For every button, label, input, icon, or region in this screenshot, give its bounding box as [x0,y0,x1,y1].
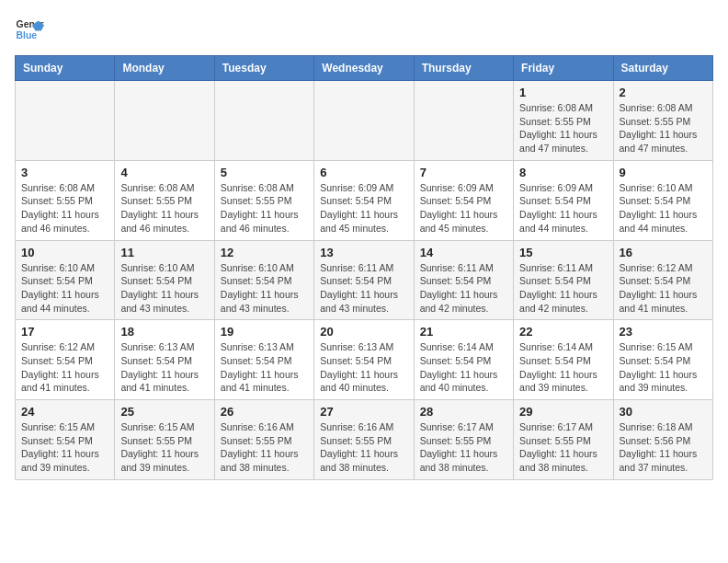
day-number: 26 [221,405,308,419]
day-number: 24 [21,405,108,419]
calendar-cell: 4Sunrise: 6:08 AM Sunset: 5:55 PM Daylig… [115,160,214,240]
day-info: Sunrise: 6:10 AM Sunset: 5:54 PM Dayligh… [620,181,707,236]
weekday-header: Thursday [414,56,513,81]
calendar-cell: 1Sunrise: 6:08 AM Sunset: 5:55 PM Daylig… [514,81,613,161]
day-number: 17 [21,325,108,339]
calendar-cell: 20Sunrise: 6:13 AM Sunset: 5:54 PM Dayli… [314,320,414,400]
calendar-cell: 27Sunrise: 6:16 AM Sunset: 5:55 PM Dayli… [314,400,414,480]
weekday-header: Wednesday [314,56,414,81]
logo: General Blue [15,15,44,44]
day-info: Sunrise: 6:17 AM Sunset: 5:55 PM Dayligh… [420,420,507,475]
calendar-cell: 26Sunrise: 6:16 AM Sunset: 5:55 PM Dayli… [214,400,313,480]
calendar-week-row: 10Sunrise: 6:10 AM Sunset: 5:54 PM Dayli… [16,240,713,320]
calendar-cell: 3Sunrise: 6:08 AM Sunset: 5:55 PM Daylig… [16,160,115,240]
weekday-header: Tuesday [214,56,313,81]
calendar-cell: 6Sunrise: 6:09 AM Sunset: 5:54 PM Daylig… [314,160,414,240]
day-number: 14 [420,246,507,259]
calendar-cell: 30Sunrise: 6:18 AM Sunset: 5:56 PM Dayli… [613,400,712,480]
day-info: Sunrise: 6:14 AM Sunset: 5:54 PM Dayligh… [519,340,607,395]
day-info: Sunrise: 6:13 AM Sunset: 5:54 PM Dayligh… [320,340,407,395]
day-number: 13 [320,246,407,259]
day-number: 18 [120,325,208,339]
calendar-cell: 12Sunrise: 6:10 AM Sunset: 5:54 PM Dayli… [214,240,313,320]
day-info: Sunrise: 6:11 AM Sunset: 5:54 PM Dayligh… [420,261,507,316]
calendar-cell [115,81,214,161]
day-info: Sunrise: 6:15 AM Sunset: 5:54 PM Dayligh… [620,340,707,395]
day-info: Sunrise: 6:08 AM Sunset: 5:55 PM Dayligh… [620,101,707,155]
day-number: 30 [620,405,707,419]
calendar-cell: 17Sunrise: 6:12 AM Sunset: 5:54 PM Dayli… [16,320,115,400]
calendar-cell: 11Sunrise: 6:10 AM Sunset: 5:54 PM Dayli… [115,240,214,320]
day-number: 8 [519,166,607,179]
calendar-cell [314,81,414,161]
day-number: 1 [519,86,607,99]
calendar-cell: 25Sunrise: 6:15 AM Sunset: 5:55 PM Dayli… [115,400,214,480]
day-info: Sunrise: 6:08 AM Sunset: 5:55 PM Dayligh… [21,181,108,236]
calendar-cell: 23Sunrise: 6:15 AM Sunset: 5:54 PM Dayli… [613,320,712,400]
day-number: 4 [120,166,208,179]
calendar-cell: 7Sunrise: 6:09 AM Sunset: 5:54 PM Daylig… [414,160,513,240]
svg-text:Blue: Blue [17,30,38,40]
day-info: Sunrise: 6:08 AM Sunset: 5:55 PM Dayligh… [120,181,208,236]
calendar-week-row: 24Sunrise: 6:15 AM Sunset: 5:54 PM Dayli… [16,400,713,480]
day-info: Sunrise: 6:09 AM Sunset: 5:54 PM Dayligh… [420,181,507,236]
day-info: Sunrise: 6:08 AM Sunset: 5:55 PM Dayligh… [519,101,607,155]
weekday-header: Saturday [613,56,712,81]
calendar-week-row: 1Sunrise: 6:08 AM Sunset: 5:55 PM Daylig… [16,81,713,161]
calendar-cell: 13Sunrise: 6:11 AM Sunset: 5:54 PM Dayli… [314,240,414,320]
day-info: Sunrise: 6:09 AM Sunset: 5:54 PM Dayligh… [519,181,607,236]
day-info: Sunrise: 6:08 AM Sunset: 5:55 PM Dayligh… [221,181,308,236]
day-info: Sunrise: 6:18 AM Sunset: 5:56 PM Dayligh… [620,420,707,475]
weekday-header: Sunday [16,56,115,81]
calendar-cell: 10Sunrise: 6:10 AM Sunset: 5:54 PM Dayli… [16,240,115,320]
day-info: Sunrise: 6:13 AM Sunset: 5:54 PM Dayligh… [120,340,208,395]
day-number: 3 [21,166,108,179]
day-info: Sunrise: 6:09 AM Sunset: 5:54 PM Dayligh… [320,181,407,236]
calendar-cell: 28Sunrise: 6:17 AM Sunset: 5:55 PM Dayli… [414,400,513,480]
calendar-cell [214,81,313,161]
day-number: 10 [21,246,108,259]
day-number: 16 [620,246,707,259]
day-number: 22 [519,325,607,339]
day-info: Sunrise: 6:12 AM Sunset: 5:54 PM Dayligh… [620,261,707,316]
weekday-header: Monday [115,56,214,81]
day-info: Sunrise: 6:13 AM Sunset: 5:54 PM Dayligh… [221,340,308,395]
day-number: 19 [221,325,308,339]
day-number: 6 [320,166,407,179]
calendar-week-row: 3Sunrise: 6:08 AM Sunset: 5:55 PM Daylig… [16,160,713,240]
day-number: 15 [519,246,607,259]
day-number: 12 [221,246,308,259]
day-number: 28 [420,405,507,419]
day-number: 27 [320,405,407,419]
page-header: General Blue [15,15,713,44]
calendar-cell: 19Sunrise: 6:13 AM Sunset: 5:54 PM Dayli… [214,320,313,400]
day-number: 2 [620,86,707,99]
calendar-cell [414,81,513,161]
calendar-cell: 24Sunrise: 6:15 AM Sunset: 5:54 PM Dayli… [16,400,115,480]
day-number: 25 [120,405,208,419]
calendar-cell: 5Sunrise: 6:08 AM Sunset: 5:55 PM Daylig… [214,160,313,240]
day-number: 21 [420,325,507,339]
calendar-cell: 15Sunrise: 6:11 AM Sunset: 5:54 PM Dayli… [514,240,613,320]
day-number: 29 [519,405,607,419]
calendar-cell [16,81,115,161]
day-info: Sunrise: 6:12 AM Sunset: 5:54 PM Dayligh… [21,340,108,395]
calendar-cell: 14Sunrise: 6:11 AM Sunset: 5:54 PM Dayli… [414,240,513,320]
day-info: Sunrise: 6:16 AM Sunset: 5:55 PM Dayligh… [320,420,407,475]
day-number: 7 [420,166,507,179]
day-number: 9 [620,166,707,179]
day-number: 20 [320,325,407,339]
logo-icon: General Blue [15,15,44,44]
calendar-table: SundayMondayTuesdayWednesdayThursdayFrid… [15,55,713,480]
calendar-cell: 2Sunrise: 6:08 AM Sunset: 5:55 PM Daylig… [613,81,712,161]
day-number: 5 [221,166,308,179]
calendar-week-row: 17Sunrise: 6:12 AM Sunset: 5:54 PM Dayli… [16,320,713,400]
day-info: Sunrise: 6:17 AM Sunset: 5:55 PM Dayligh… [519,420,607,475]
day-info: Sunrise: 6:16 AM Sunset: 5:55 PM Dayligh… [221,420,308,475]
calendar-cell: 16Sunrise: 6:12 AM Sunset: 5:54 PM Dayli… [613,240,712,320]
day-info: Sunrise: 6:10 AM Sunset: 5:54 PM Dayligh… [221,261,308,316]
calendar-cell: 18Sunrise: 6:13 AM Sunset: 5:54 PM Dayli… [115,320,214,400]
day-info: Sunrise: 6:15 AM Sunset: 5:55 PM Dayligh… [120,420,208,475]
calendar-cell: 29Sunrise: 6:17 AM Sunset: 5:55 PM Dayli… [514,400,613,480]
calendar-cell: 9Sunrise: 6:10 AM Sunset: 5:54 PM Daylig… [613,160,712,240]
